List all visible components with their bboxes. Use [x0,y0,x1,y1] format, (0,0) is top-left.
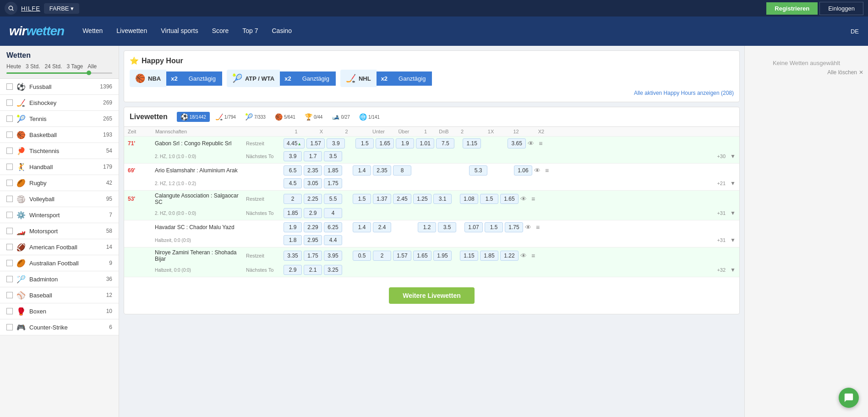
odds-button[interactable]: 1.7 [304,151,322,161]
sport-checkbox[interactable] [6,260,13,266]
eye-icon[interactable]: 👁 [525,224,534,231]
odds-button[interactable]: 3.95 [324,251,342,261]
sidebar-sport-item[interactable]: 🏓 Tischtennis 54 [0,143,119,159]
time-slider[interactable] [6,72,112,74]
odds-button[interactable]: 1.15 [463,138,481,148]
chevron-down-icon[interactable]: ▼ [730,210,736,216]
odds-button[interactable]: 3.65 [508,138,526,148]
sidebar-sport-item[interactable]: 🥊 Boxen 10 [0,303,119,319]
odds-button[interactable]: 2.35 [373,165,391,176]
odds-button[interactable]: 2 [373,251,391,261]
odds-button[interactable]: 1.25 [413,194,431,204]
odds-button[interactable]: 4.45▲ [284,138,305,148]
odds-button[interactable]: 2.9 [284,265,302,275]
sidebar-sport-item[interactable]: ⚾ Baseball 12 [0,287,119,303]
sport-checkbox[interactable] [6,132,13,138]
lw-filter-tab[interactable]: 🎿 0/27 [328,112,353,122]
sidebar-sport-item[interactable]: 🏒 Eishockey 269 [0,95,119,111]
alle-loschen-btn[interactable]: Alle löschen ✕ [749,69,863,76]
lw-filter-tab[interactable]: ⚽ 18/1442 [177,112,210,122]
filter-3std[interactable]: 3 Std. [26,63,40,70]
odds-button[interactable]: 3.5 [324,151,342,161]
register-button[interactable]: Registrieren [766,2,818,15]
chevron-down-icon[interactable]: ▼ [730,153,736,159]
nav-wetten[interactable]: Wetten [82,25,103,37]
odds-button[interactable]: 1.08 [460,194,478,204]
chevron-down-icon[interactable]: ▼ [730,267,736,273]
lw-filter-tab[interactable]: 🌐 1/141 [355,112,383,122]
language-selector[interactable]: DE [851,28,859,35]
nav-top7[interactable]: Top 7 [242,25,258,37]
lw-filter-tab[interactable]: 🎾 7/333 [241,112,269,122]
odds-button[interactable]: 1.01 [416,138,434,148]
sport-checkbox[interactable] [6,99,13,106]
odds-button[interactable]: 1.75 [505,222,523,232]
odds-button[interactable]: 2.1 [304,265,322,275]
happy-hour-item[interactable]: 🏀 NBA x2 Ganztägig [130,70,222,87]
sidebar-sport-item[interactable]: 🤾 Handball 179 [0,159,119,175]
sidebar-sport-item[interactable]: 🏉 Australian Football 9 [0,255,119,271]
odds-button[interactable]: 4 [324,208,342,218]
odds-button[interactable]: 2.45 [393,194,411,204]
odds-button[interactable]: 1.07 [464,222,483,232]
sidebar-sport-item[interactable]: 🏈 American Football 14 [0,239,119,255]
hilfe-button[interactable]: HILFE [21,5,40,12]
plus-count[interactable]: +31 [717,210,726,216]
odds-button[interactable]: 1.8 [284,235,302,245]
sidebar-sport-item[interactable]: 🎮 Counter-Strike 6 [0,319,119,335]
sport-checkbox[interactable] [6,308,13,314]
sport-checkbox[interactable] [6,180,13,186]
odds-button[interactable]: 1.9 [284,222,302,232]
happy-hour-more-link[interactable]: Alle aktiven Happy Hours anzeigen (208) [130,90,734,96]
sport-checkbox[interactable] [6,244,13,250]
odds-button[interactable]: 1.65 [413,251,431,261]
nav-casino[interactable]: Casino [272,25,292,37]
odds-button[interactable]: 1.95 [433,251,452,261]
odds-button[interactable]: 1.5 [355,138,374,148]
odds-button[interactable]: 2.25 [304,194,322,204]
odds-button[interactable]: 3.1 [433,194,452,204]
odds-button[interactable]: 1.85 [480,251,498,261]
odds-button[interactable]: 1.5 [353,194,371,204]
eye-icon[interactable]: 👁 [520,252,530,259]
plus-count[interactable]: +30 [717,154,726,159]
sport-checkbox[interactable] [6,228,13,234]
lw-filter-tab[interactable]: 🏒 1/794 [212,112,240,122]
odds-button[interactable]: 1.75 [324,178,342,188]
happy-hour-item[interactable]: 🎾 ATP / WTA x2 Ganztägig [227,70,336,87]
odds-button[interactable]: 1.65 [376,138,394,148]
odds-button[interactable]: 1.75 [304,251,322,261]
sidebar-sport-item[interactable]: ⚽ Fussball 1396 [0,79,119,95]
lw-filter-tab[interactable]: 🏀 5/641 [271,112,299,122]
odds-button[interactable]: 1.37 [373,194,391,204]
odds-button[interactable]: 3.9 [327,138,345,148]
login-button[interactable]: Einloggen [819,2,863,15]
odds-button[interactable]: 3.9 [284,151,302,161]
odds-button[interactable]: 2 [284,194,302,204]
plus-count[interactable]: +31 [717,237,726,243]
odds-button[interactable]: 1.85 [284,208,302,218]
list-icon[interactable]: ≡ [531,252,540,259]
odds-button[interactable]: 1.9 [396,138,414,148]
eye-icon[interactable]: 👁 [520,195,530,203]
sport-checkbox[interactable] [6,196,13,202]
odds-button[interactable]: 2.4 [373,222,391,232]
odds-button[interactable]: 8 [393,165,411,176]
odds-button[interactable]: 1.57 [306,138,325,148]
odds-button[interactable]: 2.9 [304,208,322,218]
odds-button[interactable]: 2.95 [304,235,322,245]
odds-button[interactable]: 1.22 [500,251,519,261]
odds-button[interactable]: 1.15 [460,251,478,261]
sidebar-sport-item[interactable]: 🏎️ Motorsport 58 [0,223,119,239]
filter-3tage[interactable]: 3 Tage [66,63,83,70]
sidebar-sport-item[interactable]: 🏐 Volleyball 95 [0,191,119,207]
lw-filter-tab[interactable]: 🏆 0/44 [301,112,326,122]
odds-button[interactable]: 1.65 [500,194,519,204]
odds-button[interactable]: 1.06 [514,165,532,176]
sidebar-sport-item[interactable]: ⚙️ Wintersport 7 [0,207,119,223]
search-icon[interactable] [5,2,17,15]
odds-button[interactable]: 1.2 [418,222,436,232]
odds-button[interactable]: 0.5 [353,251,371,261]
odds-button[interactable]: 1.5 [485,222,503,232]
odds-button[interactable]: 2.29 [304,222,322,232]
